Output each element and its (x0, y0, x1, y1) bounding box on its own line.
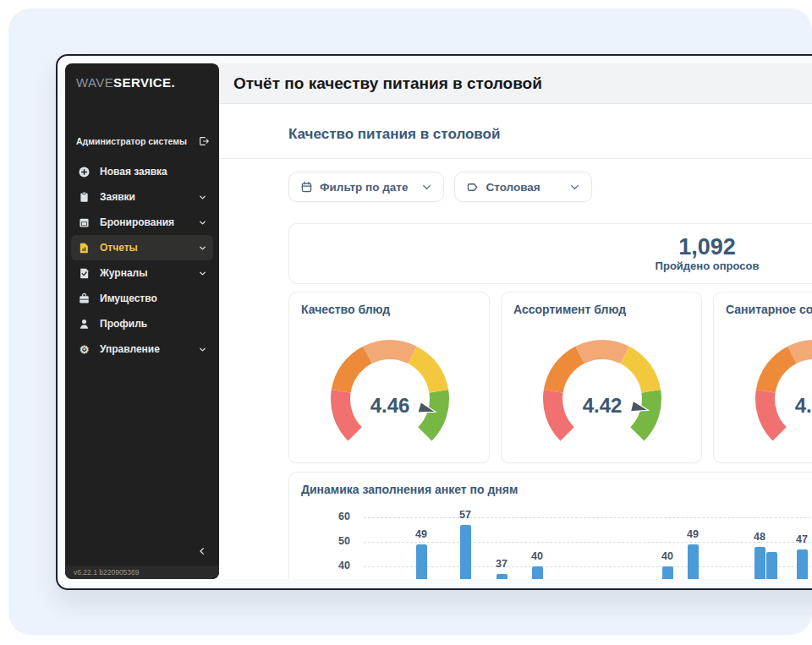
app-logo: WAVESERVICE. (65, 63, 219, 90)
gridline (364, 566, 812, 567)
bar-value-label: 48 (745, 531, 774, 543)
surveys-count-label: Пройдено опросов (656, 260, 760, 272)
user-name: Администратор системы (76, 136, 187, 146)
gauge-segment (765, 355, 792, 391)
sidebar-item-reports[interactable]: Отчеты (71, 235, 213, 260)
canteen-filter-label: Столовая (486, 181, 540, 194)
main-area: Отчёт по качеству питания в столовой Кач… (219, 63, 812, 579)
sidebar-item-label: Имущество (100, 292, 206, 304)
gauge-segment (765, 391, 780, 435)
version-bar: v6.22.1 b220905369 (65, 566, 219, 579)
gauge-segment (367, 350, 412, 355)
sidebar-item-label: Журналы (100, 267, 198, 279)
sidebar-item-property[interactable]: Имущество (71, 286, 213, 311)
sidebar-item-label: Управление (100, 343, 198, 355)
sidebar-item-bookings[interactable]: Бронирования (71, 210, 213, 235)
bar-value-label: 57 (451, 509, 480, 521)
logout-icon (198, 135, 210, 147)
surveys-count: 1,092 (678, 235, 736, 260)
logo-part-white: SERVICE. (113, 75, 175, 90)
gauge-card-food-quality: Качество блюд 4.46 (288, 292, 490, 463)
page-header: Отчёт по качеству питания в столовой (219, 63, 812, 104)
date-filter-button[interactable]: Фильтр по дате (288, 172, 444, 202)
bar-value-label: 47 (787, 533, 812, 545)
sidebar-item-label: Бронирования (100, 216, 198, 228)
canteen-filter-button[interactable]: Столовая (454, 172, 592, 202)
sidebar-item-journals[interactable]: Журналы (71, 260, 213, 286)
chevron-down-icon (198, 194, 206, 201)
date-filter-label: Фильтр по дате (320, 181, 408, 194)
clipboard-icon (78, 191, 91, 204)
y-axis-tick: 60 (289, 511, 350, 522)
bar-value-label: 40 (523, 550, 551, 562)
y-axis-tick: 40 (289, 560, 350, 571)
bar-value-label: 37 (487, 558, 516, 570)
gridline (364, 517, 812, 518)
calendar-icon (300, 181, 313, 194)
gear-icon: ⚙ (78, 343, 91, 356)
gauge-segment (792, 350, 812, 355)
user-icon (78, 318, 91, 331)
gauge-segment (341, 355, 367, 391)
screenshot-canvas: WAVESERVICE. Администратор системы (0, 0, 812, 645)
bar (754, 547, 765, 579)
gauge-chart: 4.68 (714, 318, 812, 463)
sidebar: WAVESERVICE. Администратор системы (65, 63, 219, 579)
gauge-segment (625, 355, 651, 391)
bar (416, 544, 427, 579)
gauge-chart: 4.42 (502, 318, 703, 463)
bar-chart: 6050404957374040494847 (289, 506, 812, 579)
gauge-segment (553, 355, 579, 391)
user-row: Администратор системы (76, 134, 211, 148)
gauge-segment (579, 350, 624, 355)
svg-text:4.68: 4.68 (795, 394, 812, 417)
journal-icon (78, 267, 91, 280)
tag-icon (466, 181, 479, 194)
bar (797, 549, 808, 579)
chevron-left-icon (198, 547, 206, 555)
report-content: Качество питания в столовой Фильтр по да… (219, 126, 812, 579)
daily-dynamics-card: Динамика заполнения анкет по дням 605040… (288, 472, 812, 579)
bar (662, 566, 673, 579)
bar (460, 525, 471, 579)
logo-part-gray: WAVE (76, 75, 113, 90)
chevron-down-icon (198, 270, 206, 277)
bar (497, 574, 508, 579)
gauge-title: Качество блюд (301, 303, 489, 316)
sidebar-item-requests[interactable]: Заявки (71, 184, 213, 210)
svg-text:4.42: 4.42 (583, 394, 623, 417)
chevron-down-icon (421, 182, 432, 193)
logout-button[interactable] (197, 134, 211, 148)
gauge-segment (553, 391, 568, 435)
sidebar-item-new-request[interactable]: Новая заявка (71, 159, 213, 184)
sidebar-item-label: Профиль (100, 318, 206, 330)
sidebar-collapse-button[interactable] (195, 544, 209, 558)
bar (532, 566, 543, 579)
report-file-icon (78, 242, 91, 254)
svg-text:4.46: 4.46 (370, 394, 410, 417)
sidebar-nav: Новая заявка Заявки (65, 159, 219, 362)
plus-circle-icon (78, 166, 91, 178)
chevron-down-icon (198, 244, 206, 252)
section-divider (219, 158, 812, 159)
sidebar-item-profile[interactable]: Профиль (71, 311, 213, 336)
version-label: v6.22.1 b220905369 (74, 568, 140, 577)
page-title: Отчёт по качеству питания в столовой (233, 74, 542, 93)
gauge-segment (637, 391, 651, 435)
app-window: WAVESERVICE. Администратор системы (56, 54, 812, 590)
gauge-title: Ассортимент блюд (513, 303, 701, 316)
chevron-down-icon (569, 182, 580, 193)
chart-title: Динамика заполнения анкет по дням (301, 483, 812, 496)
sidebar-item-label: Новая заявка (100, 166, 206, 178)
section-title: Качество питания в столовой (288, 126, 812, 143)
toolbox-icon (78, 292, 91, 305)
chevron-down-icon (198, 219, 206, 227)
gauges-row: Качество блюд 4.46 Ассортимент блюд 4.42… (288, 292, 812, 463)
bar-value-label: 49 (678, 528, 707, 540)
sidebar-item-management[interactable]: ⚙ Управление (71, 336, 213, 362)
bar-value-label: 49 (407, 528, 436, 540)
y-axis-tick: 50 (289, 535, 350, 547)
bar (688, 544, 699, 579)
sidebar-item-label: Заявки (100, 191, 198, 203)
filters-row: Фильтр по дате Столовая (288, 172, 812, 202)
